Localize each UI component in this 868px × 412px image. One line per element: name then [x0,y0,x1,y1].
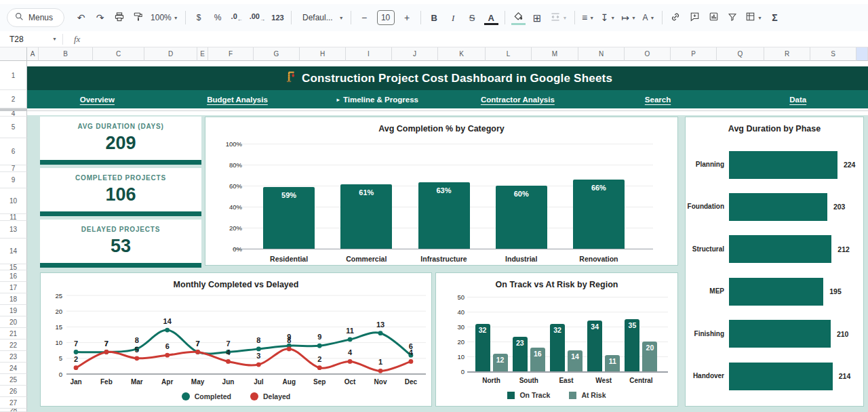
kpi-card-avg-duration-days-[interactable]: AVG DURATION (DAYS)209 [40,117,201,165]
column-header-O[interactable]: O [625,47,671,61]
menus-search[interactable]: Menus [7,8,64,27]
cell-name-box[interactable]: T28 ▼ [0,35,62,44]
row-header-15[interactable]: 15 [0,264,27,270]
column-header-L[interactable]: L [486,47,532,61]
row-header-18[interactable]: 18 [0,293,27,305]
chart-on-track-vs-at-risk-by-region[interactable]: On Track vs At Risk by Region01020304050… [435,272,678,407]
row-header-13[interactable]: 13 [0,221,27,239]
row-header-5[interactable]: 5 [0,117,27,138]
bold-button[interactable]: B [425,8,443,27]
table-views-button[interactable]: ▼ [743,8,765,27]
insert-link-button[interactable] [667,8,685,27]
merge-cells-button[interactable]: ▼ [547,8,570,27]
column-header-C[interactable]: C [93,47,144,61]
row-header-19[interactable]: 19 [0,305,27,316]
row-header-26[interactable]: 26 [0,386,27,397]
increase-decimal-button[interactable]: .00→ [247,8,268,27]
print-button[interactable] [110,8,128,27]
nav-item-search[interactable]: Search [588,90,728,108]
y-axis-tick: 10 [446,353,465,360]
chart-avg-completion-by-category[interactable]: Avg Completion % by Category0%20%40%60%8… [205,117,678,266]
vertical-align-button[interactable]: ↧▼ [598,8,618,27]
more-formats-button[interactable]: 123 [269,8,287,27]
column-header-A[interactable]: A [27,47,39,61]
redo-button[interactable]: ↷ [91,8,109,27]
decrease-decimal-button[interactable]: .0← [228,8,246,27]
nav-item-budget-analysis[interactable]: Budget Analysis [167,90,308,108]
row-header-16[interactable]: 16 [0,270,27,282]
nav-item-data[interactable]: Data [728,90,868,108]
nav-item-timeline-progress[interactable]: ▸Timeline & Progress [307,90,448,108]
kpi-card-completed-projects[interactable]: COMPLETED PROJECTS106 [40,168,201,216]
column-header-F[interactable]: F [208,47,254,61]
row-header-10[interactable]: 10 [0,188,27,214]
row-header-27[interactable]: 27 [0,397,27,409]
row-header-14[interactable]: 14 [0,239,27,264]
column-header-R[interactable]: R [764,47,810,61]
font-size-input[interactable]: 10 [374,8,397,27]
legend-item-completed: Completed [182,392,231,400]
select-all-corner[interactable] [0,47,27,61]
decrease-decimal-icon: .0← [231,12,243,22]
column-header-P[interactable]: P [671,47,717,61]
text-rotation-button[interactable]: A▼ [639,8,658,27]
column-header-Q[interactable]: Q [717,47,764,61]
row-header-1[interactable]: 1 [0,61,27,90]
column-header-E[interactable]: E [197,47,208,61]
row-header-6[interactable]: 6 [0,138,27,165]
row-header-22[interactable]: 22 [0,339,27,351]
x-axis-label: Renovation [561,255,636,263]
row-header-23[interactable]: 23 [0,351,27,363]
column-header-G[interactable]: G [254,47,300,61]
column-header-S[interactable]: S [810,47,856,61]
column-header-I[interactable]: I [346,47,392,61]
bar-handover [729,363,833,390]
font-select[interactable]: Defaul...▼ [296,8,347,27]
svg-text:11: 11 [346,327,354,335]
fill-color-button[interactable] [509,8,528,27]
functions-button[interactable]: Σ [766,8,784,27]
decrease-font-size-button[interactable]: − [355,8,374,27]
insert-chart-button[interactable] [705,8,723,27]
column-header-J[interactable]: J [392,47,438,61]
chart-avg-duration-by-phase[interactable]: Avg Duration by PhasePlanning224Foundati… [685,117,864,407]
currency-format-button[interactable]: $ [190,8,208,27]
column-header-N[interactable]: N [578,47,625,61]
column-header-K[interactable]: K [438,47,486,61]
borders-button[interactable]: ⊞ [528,8,547,27]
kpi-card-delayed-projects[interactable]: DELAYED PROJECTS53 [40,220,201,268]
create-filter-button[interactable] [724,8,742,27]
row-header-2[interactable]: 2 [0,90,27,108]
column-header-D[interactable]: D [144,47,197,61]
column-header-partial[interactable] [856,47,868,61]
row-header-4[interactable]: 4 [0,111,27,117]
text-color-button[interactable]: A [482,8,500,27]
row-header-24[interactable]: 24 [0,363,27,374]
nav-item-overview[interactable]: Overview [27,90,167,108]
bar-value-label: 23 [513,339,528,347]
column-header-M[interactable]: M [532,47,578,61]
text-wrap-button[interactable]: ↦▼ [618,8,639,27]
row-header-7[interactable]: 7 [0,165,27,172]
row-header-17[interactable]: 17 [0,282,27,293]
strikethrough-button[interactable]: S [463,8,481,27]
chart-monthly-completed-vs-delayed[interactable]: Monthly Completed vs Delayed0510152025Ja… [40,272,432,407]
row-header-21[interactable]: 21 [0,328,27,339]
row-header-11[interactable]: 11 [0,214,27,221]
percent-format-button[interactable]: % [209,8,227,27]
increase-font-size-button[interactable]: + [398,8,416,27]
column-header-H[interactable]: H [300,47,346,61]
row-header-20[interactable]: 20 [0,316,27,328]
row-header-28[interactable]: 28 [0,409,27,412]
row-header-25[interactable]: 25 [0,374,27,386]
column-header-B[interactable]: B [39,47,93,61]
paint-format-button[interactable] [129,8,147,27]
italic-button[interactable]: I [444,8,462,27]
horizontal-align-button[interactable]: ≡▼ [579,8,597,27]
insert-comment-button[interactable] [686,8,704,27]
undo-button[interactable]: ↶ [72,8,90,27]
fx-icon[interactable]: fx [74,34,80,45]
row-header-9[interactable]: 9 [0,172,27,188]
nav-item-contractor-analysis[interactable]: Contractor Analysis [448,90,588,108]
zoom-select[interactable]: 100%▼ [148,8,181,27]
